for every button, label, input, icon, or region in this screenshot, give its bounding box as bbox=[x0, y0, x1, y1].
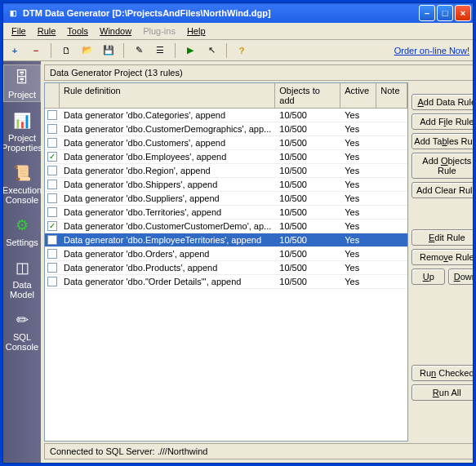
add-clear-rule-button[interactable]: Add Clear Rule bbox=[411, 182, 473, 198]
cell-objects: 10/500 bbox=[275, 276, 340, 287]
col-definition[interactable]: Rule definition bbox=[60, 83, 275, 108]
cell-note bbox=[376, 128, 407, 130]
menu-help[interactable]: Help bbox=[182, 24, 211, 38]
cursor-icon[interactable]: ↖ bbox=[203, 42, 220, 59]
checkbox-icon[interactable] bbox=[47, 207, 57, 217]
table-row[interactable]: Data generator 'dbo.EmployeeTerritories'… bbox=[45, 233, 407, 247]
run-all-button[interactable]: Run All bbox=[411, 384, 473, 401]
properties-icon: 📊 bbox=[10, 110, 34, 131]
sql-icon: ✏ bbox=[10, 309, 34, 331]
button-panel: Add Data Rule Add File Rule Add Tables R… bbox=[410, 82, 473, 442]
run-checked-button[interactable]: Run Checked bbox=[411, 365, 473, 381]
table-row[interactable]: Data generator 'dbo.Products', append10/… bbox=[45, 261, 407, 275]
table-row[interactable]: Data generator 'dbo.Customers', append10… bbox=[45, 136, 407, 150]
cell-objects: 10/500 bbox=[275, 137, 340, 149]
cell-note bbox=[376, 197, 407, 199]
table-row[interactable]: ✓Data generator 'dbo.CustomerCustomerDem… bbox=[45, 220, 407, 233]
col-active[interactable]: Active bbox=[340, 83, 376, 108]
sidebar-label: Project Properties bbox=[3, 133, 42, 153]
cell-active: Yes bbox=[340, 165, 376, 176]
list-icon[interactable]: ☰ bbox=[152, 42, 168, 59]
checkbox-icon[interactable] bbox=[47, 249, 57, 259]
wand-icon[interactable]: ✎ bbox=[131, 42, 147, 59]
order-link[interactable]: Order on-line Now! bbox=[394, 46, 469, 55]
checkbox-icon[interactable] bbox=[47, 110, 57, 120]
checkbox-icon[interactable] bbox=[47, 166, 57, 175]
down-button[interactable]: Down bbox=[448, 269, 473, 285]
save-icon[interactable]: 💾 bbox=[100, 42, 117, 59]
cell-active: Yes bbox=[340, 262, 376, 273]
table-row[interactable]: Data generator 'dbo.Territories', append… bbox=[45, 206, 407, 220]
checkbox-icon[interactable] bbox=[47, 180, 57, 189]
table-row[interactable]: Data generator 'dbo.Region', append10/50… bbox=[45, 164, 407, 178]
table-row[interactable]: ✓Data generator 'dbo.Employees', append1… bbox=[45, 150, 407, 164]
rules-grid[interactable]: Rule definition Objects to add Active No… bbox=[44, 82, 408, 442]
checkbox-icon[interactable]: ✓ bbox=[47, 152, 57, 162]
cell-note bbox=[376, 114, 407, 116]
app-icon: ◧ bbox=[7, 7, 20, 20]
cell-objects: 10/500 bbox=[275, 123, 340, 135]
cell-definition: Data generator 'dbo.CustomerCustomerDemo… bbox=[60, 220, 275, 232]
checkbox-icon[interactable] bbox=[47, 138, 57, 148]
col-objects[interactable]: Objects to add bbox=[275, 83, 340, 108]
help-icon[interactable]: ? bbox=[234, 42, 250, 59]
menu-rule[interactable]: Rule bbox=[33, 24, 61, 38]
table-row[interactable]: Data generator 'dbo.CustomerDemographics… bbox=[45, 122, 407, 136]
checkbox-icon[interactable] bbox=[47, 124, 57, 134]
cell-definition: Data generator 'dbo.Products', append bbox=[60, 262, 275, 273]
run-icon[interactable]: ▶ bbox=[182, 42, 198, 59]
menu-file[interactable]: File bbox=[7, 24, 31, 38]
cell-objects: 10/500 bbox=[275, 165, 340, 176]
up-button[interactable]: Up bbox=[411, 269, 445, 285]
sidebar-item-sqlconsole[interactable]: ✏ SQL Console bbox=[3, 308, 41, 353]
cell-objects: 10/500 bbox=[275, 234, 340, 246]
cell-active: Yes bbox=[340, 109, 376, 121]
cell-active: Yes bbox=[340, 193, 376, 204]
checkbox-icon[interactable] bbox=[47, 277, 57, 286]
cell-definition: Data generator 'dbo.Employees', append bbox=[60, 151, 275, 162]
sidebar-item-settings[interactable]: ⚙ Settings bbox=[3, 213, 41, 249]
checkbox-icon[interactable] bbox=[47, 263, 57, 273]
cell-active: Yes bbox=[340, 276, 376, 287]
checkbox-icon[interactable] bbox=[47, 235, 57, 245]
table-row[interactable]: Data generator 'dbo.Orders', append10/50… bbox=[45, 247, 407, 261]
add-tables-rule-button[interactable]: Add Tables Rule bbox=[411, 133, 473, 149]
add-objects-rule-button[interactable]: Add Objects Rule bbox=[411, 153, 473, 179]
cell-definition: Data generator 'dbo.Categories', append bbox=[60, 109, 275, 121]
menu-tools[interactable]: Tools bbox=[62, 24, 93, 38]
grid-body[interactable]: Data generator 'dbo.Categories', append1… bbox=[45, 109, 407, 441]
separator bbox=[226, 43, 227, 58]
add-icon[interactable]: + bbox=[7, 42, 23, 59]
add-file-rule-button[interactable]: Add File Rule bbox=[411, 113, 473, 130]
checkbox-icon[interactable]: ✓ bbox=[47, 221, 57, 231]
close-button[interactable]: × bbox=[455, 5, 471, 21]
remove-rule-button[interactable]: Remove Rule bbox=[411, 249, 473, 265]
menu-window[interactable]: Window bbox=[95, 24, 136, 38]
cell-active: Yes bbox=[340, 248, 376, 260]
remove-icon[interactable]: − bbox=[28, 42, 44, 59]
cell-definition: Data generator 'dbo.Region', append bbox=[60, 165, 275, 176]
checkbox-icon[interactable] bbox=[47, 193, 57, 203]
menubar: File Rule Tools Window Plug-ins Help bbox=[3, 23, 473, 40]
add-data-rule-button[interactable]: Add Data Rule bbox=[411, 94, 473, 110]
table-row[interactable]: Data generator 'dbo.Suppliers', append10… bbox=[45, 192, 407, 206]
cell-definition: Data generator 'dbo.Shippers', append bbox=[60, 179, 275, 190]
col-note[interactable]: Note bbox=[376, 83, 407, 108]
edit-rule-button[interactable]: Edit Rule bbox=[411, 229, 473, 246]
maximize-button[interactable]: □ bbox=[437, 5, 453, 21]
menu-plugins: Plug-ins bbox=[138, 24, 180, 38]
separator bbox=[51, 43, 51, 58]
table-row[interactable]: Data generator 'dbo."Order Details"', ap… bbox=[45, 275, 407, 289]
table-row[interactable]: Data generator 'dbo.Categories', append1… bbox=[45, 109, 407, 122]
sidebar-item-project[interactable]: 🗄 Project bbox=[3, 64, 41, 102]
table-row[interactable]: Data generator 'dbo.Shippers', append10/… bbox=[45, 178, 407, 192]
console-icon: 📜 bbox=[10, 162, 34, 184]
open-icon[interactable]: 📂 bbox=[79, 42, 96, 59]
new-icon[interactable]: 🗋 bbox=[58, 42, 74, 59]
cell-note bbox=[376, 267, 407, 269]
sidebar-item-execution[interactable]: 📜 Execution Console bbox=[3, 161, 41, 206]
sidebar-item-datamodel[interactable]: ◫ Data Model bbox=[3, 255, 41, 301]
sidebar-item-properties[interactable]: 📊 Project Properties bbox=[3, 109, 41, 154]
minimize-button[interactable]: – bbox=[419, 5, 435, 21]
cell-active: Yes bbox=[340, 151, 376, 162]
